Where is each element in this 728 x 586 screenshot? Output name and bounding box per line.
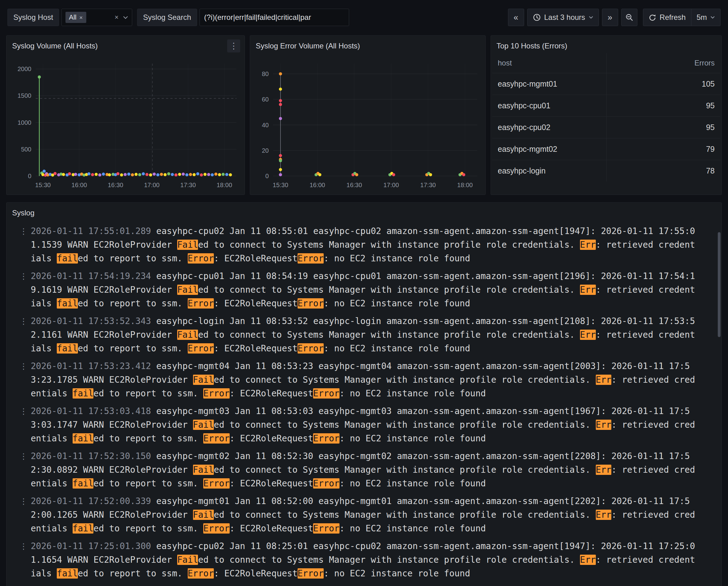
panel-title-top-hosts[interactable]: Top 10 Hosts (Errors) (496, 42, 567, 50)
search-match: Error (313, 388, 339, 399)
clock-icon (533, 14, 541, 21)
search-match: Error (188, 568, 214, 579)
search-match: fail (73, 388, 94, 399)
log-row: ⋮2026-01-11 17:52:30.150 easyhpc-mgmt02 … (20, 450, 712, 490)
search-match: Fail (193, 510, 214, 520)
refresh-controls: Refresh 5m (643, 9, 721, 26)
panels-row: Syslog Volume (All Hosts) ⋮ 050010001500… (0, 35, 728, 195)
host-cell: easyhpc-cpu02 (492, 117, 606, 138)
syslog-search-input[interactable] (200, 9, 349, 26)
table-row: easyhpc-cpu0295 (492, 117, 720, 138)
error-volume-chart[interactable]: 02040608015:3016:0016:3017:0017:3018:00 (253, 54, 483, 193)
svg-text:20: 20 (262, 147, 269, 154)
log-row-menu-icon[interactable]: ⋮ (20, 539, 31, 580)
log-row: ⋮2026-01-11 17:54:19.234 easyhpc-cpu01 J… (20, 270, 712, 310)
chevron-down-icon (710, 16, 715, 19)
syslog-volume-chart[interactable]: 050010001500200015:3016:0016:3017:0017:3… (9, 54, 242, 193)
search-match: Err (580, 330, 596, 340)
zoom-out-icon (625, 14, 633, 21)
log-row-menu-icon[interactable]: ⋮ (20, 224, 31, 265)
svg-text:18:00: 18:00 (216, 182, 232, 188)
search-match: Error (313, 478, 339, 488)
log-scrollbar-thumb[interactable] (718, 232, 721, 337)
panel-title-error-volume[interactable]: Syslog Error Volume (All Hosts) (256, 42, 360, 50)
syslog-host-filter: Syslog Host All × × (7, 9, 132, 26)
panel-title-syslog[interactable]: Syslog (12, 209, 34, 217)
search-match: Err (596, 465, 612, 475)
syslog-host-select[interactable]: All × × (61, 9, 132, 26)
panel-syslog: Syslog ⋮2026-01-11 17:55:01.289 easyhpc-… (6, 202, 722, 586)
svg-text:2000: 2000 (18, 66, 32, 72)
refresh-interval-value: 5m (697, 13, 707, 22)
log-row: ⋮2026-01-11 17:53:52.343 easyhpc-login J… (20, 314, 712, 355)
table-body: easyhpc-mgmt01105easyhpc-cpu0195easyhpc-… (492, 73, 720, 182)
log-row: ⋮2026-01-11 17:53:23.412 easyhpc-mgmt04 … (20, 359, 712, 400)
search-match: Fail (177, 239, 198, 250)
search-match: Fail (193, 465, 214, 475)
column-header-host[interactable]: host (492, 53, 606, 73)
errors-cell: 105 (606, 73, 721, 95)
panel-title-syslog-volume[interactable]: Syslog Volume (All Hosts) (12, 42, 98, 50)
log-row-menu-icon[interactable]: ⋮ (20, 450, 31, 490)
top-hosts-table: host Errors easyhpc-mgmt01105easyhpc-cpu… (491, 53, 722, 182)
chevron-down-icon[interactable] (123, 16, 128, 19)
svg-text:40: 40 (262, 122, 269, 128)
svg-text:16:30: 16:30 (108, 182, 123, 188)
search-match: Error (297, 343, 324, 354)
search-match: fail (57, 298, 78, 308)
svg-text:500: 500 (21, 146, 31, 153)
log-message: 2026-01-11 17:54:19.234 easyhpc-cpu01 Ja… (31, 270, 699, 310)
svg-text:0: 0 (265, 173, 269, 179)
log-timestamp: 2026-01-11 17:52:30.150 (31, 451, 151, 461)
log-row-menu-icon[interactable]: ⋮ (20, 314, 31, 355)
log-message: 2026-01-11 17:55:01.289 easyhpc-cpu02 Ja… (31, 224, 699, 265)
log-message: 2026-01-11 17:25:01.300 easyhpc-cpu02 Ja… (31, 539, 699, 580)
refresh-label: Refresh (660, 13, 686, 22)
search-match: Error (203, 388, 229, 399)
log-message: 2026-01-11 17:52:00.339 easyhpc-mgmt01 J… (31, 494, 699, 535)
search-match: Fail (193, 375, 214, 385)
log-row: ⋮2026-01-11 17:55:01.289 easyhpc-cpu02 J… (20, 224, 712, 265)
svg-text:17:00: 17:00 (383, 182, 399, 188)
search-match: fail (57, 253, 78, 263)
time-range-picker[interactable]: Last 3 hours (527, 9, 599, 26)
search-match: Error (188, 253, 214, 263)
refresh-button[interactable]: Refresh (643, 9, 692, 26)
search-match: fail (57, 343, 78, 354)
host-cell: easyhpc-mgmt02 (492, 138, 606, 160)
host-chip-all[interactable]: All × (66, 12, 86, 23)
chip-remove-icon[interactable]: × (79, 15, 83, 21)
refresh-interval-select[interactable]: 5m (691, 9, 721, 26)
refresh-icon (649, 14, 656, 21)
errors-cell: 78 (606, 160, 721, 182)
svg-text:15:30: 15:30 (273, 182, 288, 188)
column-header-errors[interactable]: Errors (606, 53, 721, 73)
time-shift-back-button[interactable]: « (508, 9, 524, 26)
svg-text:16:00: 16:00 (71, 182, 87, 188)
table-row: easyhpc-cpu0195 (492, 95, 720, 117)
log-message: 2026-01-11 17:53:23.412 easyhpc-mgmt04 J… (31, 359, 699, 400)
svg-text:1500: 1500 (18, 92, 32, 99)
search-match: fail (73, 478, 94, 488)
time-shift-forward-button[interactable]: » (602, 9, 618, 26)
panel-menu-button[interactable]: ⋮ (227, 40, 240, 52)
log-row-menu-icon[interactable]: ⋮ (20, 359, 31, 400)
log-row-menu-icon[interactable]: ⋮ (20, 494, 31, 535)
log-timestamp: 2026-01-11 17:54:19.234 (31, 271, 151, 281)
chevron-down-icon (589, 16, 593, 19)
search-match: fail (73, 433, 94, 443)
clear-filter-icon[interactable]: × (114, 14, 119, 21)
search-match: Err (596, 419, 612, 430)
svg-text:60: 60 (262, 96, 269, 103)
time-range-label: Last 3 hours (544, 13, 585, 22)
search-match: Error (313, 433, 339, 443)
log-row-menu-icon[interactable]: ⋮ (20, 404, 31, 445)
log-row-menu-icon[interactable]: ⋮ (20, 270, 31, 310)
search-match: Err (580, 285, 596, 295)
table-row: easyhpc-mgmt01105 (492, 73, 720, 95)
errors-cell: 79 (606, 138, 721, 160)
svg-text:1000: 1000 (18, 119, 32, 126)
search-match: Error (188, 343, 214, 354)
zoom-out-button[interactable] (621, 9, 638, 26)
svg-text:18:00: 18:00 (457, 182, 473, 188)
